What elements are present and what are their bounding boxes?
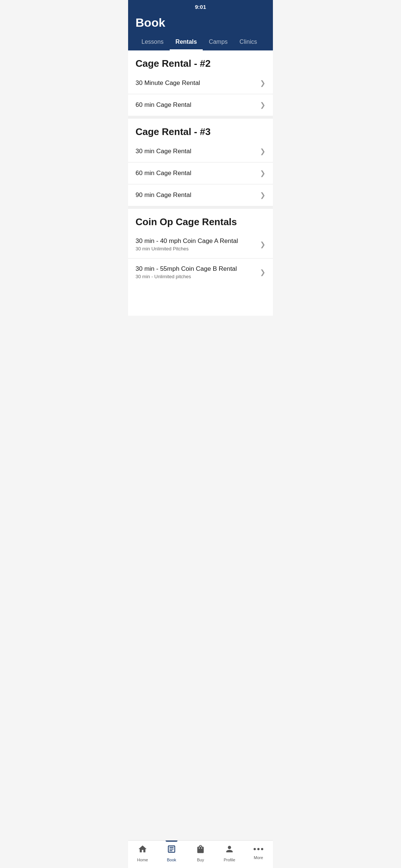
item-title: 90 min Cage Rental (136, 191, 256, 199)
chevron-icon: ❯ (260, 101, 265, 109)
item-title: 60 min Cage Rental (136, 101, 256, 109)
tab-clinics[interactable]: Clinics (234, 34, 263, 50)
tab-bar: Lessons Rentals Camps Clinics (136, 34, 265, 50)
section-divider (128, 116, 273, 119)
section-coin-op: Coin Op Cage Rentals 30 min - 40 mph Coi… (128, 209, 273, 286)
list-item[interactable]: 90 min Cage Rental ❯ (128, 184, 273, 206)
item-title: 30 min - 55mph Coin Cage B Rental (136, 265, 256, 273)
list-item[interactable]: 60 min Cage Rental ❯ (128, 162, 273, 184)
item-title: 30 min - 40 mph Coin Cage A Rental (136, 237, 256, 245)
section-cage-rental-2: Cage Rental - #2 30 Minute Cage Rental ❯… (128, 50, 273, 116)
section-title-cage-rental-3: Cage Rental - #3 (128, 119, 273, 141)
tab-camps[interactable]: Camps (203, 34, 234, 50)
chevron-icon: ❯ (260, 79, 265, 87)
page-title: Book (136, 14, 265, 34)
item-subtitle: 30 min - Unlimited pitches (136, 274, 256, 279)
chevron-icon: ❯ (260, 268, 265, 276)
tab-lessons[interactable]: Lessons (136, 34, 170, 50)
chevron-icon: ❯ (260, 169, 265, 177)
list-item[interactable]: 30 min - 40 mph Coin Cage A Rental 30 mi… (128, 231, 273, 259)
status-time: 9:01 (195, 4, 206, 10)
status-bar: 9:01 (128, 0, 273, 11)
chevron-icon: ❯ (260, 147, 265, 155)
section-cage-rental-3: Cage Rental - #3 30 min Cage Rental ❯ 60… (128, 119, 273, 206)
item-subtitle: 30 min Unlimited Pitches (136, 246, 256, 251)
chevron-icon: ❯ (260, 240, 265, 249)
item-title: 60 min Cage Rental (136, 170, 256, 177)
main-content: Cage Rental - #2 30 Minute Cage Rental ❯… (128, 50, 273, 316)
item-title: 30 min Cage Rental (136, 148, 256, 155)
list-item[interactable]: 30 min - 55mph Coin Cage B Rental 30 min… (128, 259, 273, 286)
section-title-coin-op: Coin Op Cage Rentals (128, 209, 273, 231)
item-title: 30 Minute Cage Rental (136, 79, 256, 87)
section-divider (128, 206, 273, 209)
list-item[interactable]: 30 min Cage Rental ❯ (128, 141, 273, 162)
tab-rentals[interactable]: Rentals (170, 34, 203, 50)
list-item[interactable]: 60 min Cage Rental ❯ (128, 94, 273, 116)
list-item[interactable]: 30 Minute Cage Rental ❯ (128, 72, 273, 94)
header: Book Lessons Rentals Camps Clinics (128, 11, 273, 50)
section-title-cage-rental-2: Cage Rental - #2 (128, 50, 273, 72)
chevron-icon: ❯ (260, 191, 265, 199)
